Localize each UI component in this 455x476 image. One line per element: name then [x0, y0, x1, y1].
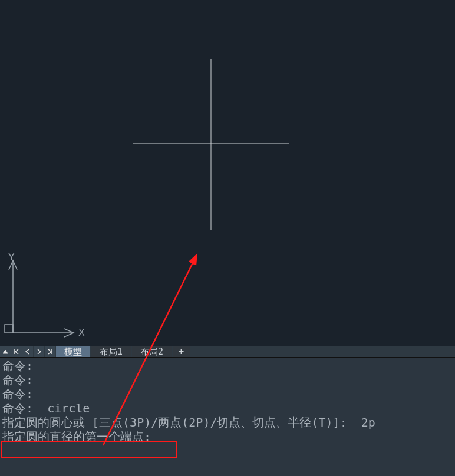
tab-layout-2[interactable]: 布局2: [132, 346, 172, 357]
layout-tab-bar: 模型 布局1 布局2 +: [0, 346, 455, 358]
tab-prev-button[interactable]: [22, 346, 33, 357]
tab-add-layout[interactable]: +: [173, 346, 190, 357]
console-line: 命令:: [2, 359, 33, 373]
console-line: 命令:: [2, 373, 33, 387]
svg-rect-4: [5, 325, 13, 333]
ucs-x-label: X: [78, 328, 85, 338]
console-line: 命令:: [2, 387, 33, 401]
console-line: 命令: _circle: [2, 401, 90, 415]
command-line-window[interactable]: 命令: 命令: 命令: 命令: _circle 指定圆的圆心或 [三点(3P)/…: [0, 358, 455, 476]
tab-model[interactable]: 模型: [56, 346, 90, 357]
tab-layout-1[interactable]: 布局1: [91, 346, 131, 357]
tab-next-button[interactable]: [34, 346, 44, 357]
console-prompt: 指定圆的直径的第一个端点:: [2, 429, 151, 444]
tab-last-button[interactable]: [45, 346, 55, 357]
tab-menu-button[interactable]: [0, 346, 11, 357]
svg-marker-5: [3, 350, 8, 353]
drawing-area[interactable]: Y X: [0, 0, 455, 346]
ucs-y-label: Y: [8, 252, 15, 263]
tab-first-button[interactable]: [11, 346, 22, 357]
console-line: 指定圆的圆心或 [三点(3P)/两点(2P)/切点、切点、半径(T)]: _2p: [2, 415, 375, 429]
